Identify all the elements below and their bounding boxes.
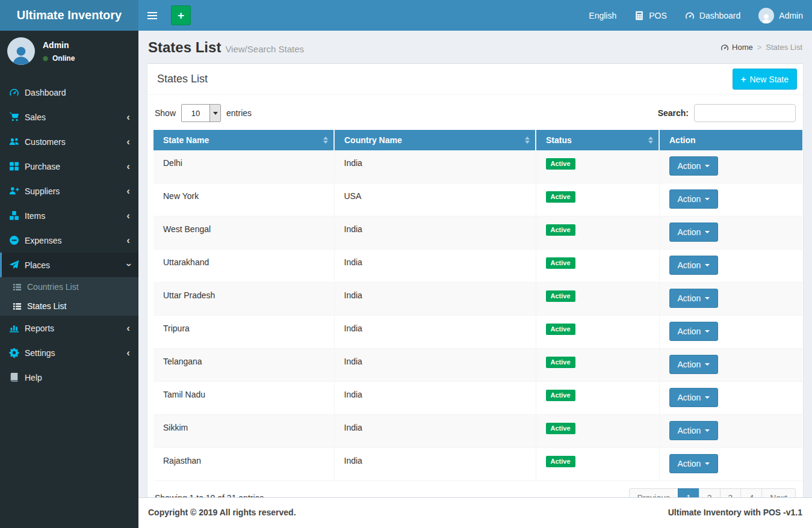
page-length-control: Show 10 entries xyxy=(155,104,252,122)
caret-down-icon xyxy=(705,264,710,266)
action-dropdown-button[interactable]: Action xyxy=(669,223,719,242)
navbar-item-label: Admin xyxy=(779,11,803,20)
sidebar-link-settings[interactable]: Settings‹ xyxy=(0,340,138,365)
pagination-page-2[interactable]: 2 xyxy=(699,488,721,497)
country-name-cell: India xyxy=(334,216,536,250)
action-dropdown-button[interactable]: Action xyxy=(669,156,719,176)
user-avatar xyxy=(7,37,35,65)
action-dropdown-button[interactable]: Action xyxy=(669,421,719,440)
breadcrumb-home[interactable]: Home xyxy=(721,43,753,52)
sidebar-link-places[interactable]: Places‹ xyxy=(0,253,138,277)
sidebar-link-help[interactable]: Help xyxy=(0,365,138,390)
country-name-cell: India xyxy=(334,415,536,448)
action-cell: Action xyxy=(659,382,802,415)
cart-icon xyxy=(9,112,19,122)
action-cell: Action xyxy=(659,283,802,316)
action-dropdown-button[interactable]: Action xyxy=(669,189,719,209)
table-row: Tamil NaduIndiaActiveAction xyxy=(153,382,802,415)
sidebar-link-sales[interactable]: Sales‹ xyxy=(0,105,138,129)
book-icon xyxy=(9,372,19,382)
sort-icon xyxy=(525,137,530,144)
sidebar-subitem-label: States List xyxy=(27,301,66,311)
caret-down-icon xyxy=(705,396,710,399)
navbar-item-english[interactable]: English xyxy=(580,0,625,31)
action-dropdown-button[interactable]: Action xyxy=(669,454,719,473)
action-button-label: Action xyxy=(678,360,701,369)
country-name-cell: India xyxy=(334,283,536,316)
sidebar-link-customers[interactable]: Customers‹ xyxy=(0,129,138,154)
column-header-status[interactable]: Status xyxy=(536,130,659,150)
sidebar-toggle-button[interactable] xyxy=(138,0,166,31)
pagination-page-1[interactable]: 1 xyxy=(678,488,699,497)
status-cell: Active xyxy=(536,382,659,415)
status-badge: Active xyxy=(546,456,575,467)
action-dropdown-button[interactable]: Action xyxy=(669,289,719,308)
column-header-label: State Name xyxy=(163,135,209,145)
brand-logo[interactable]: Ultimate Inventory xyxy=(0,0,138,31)
paper-plane-icon xyxy=(9,260,19,270)
new-state-button[interactable]: New State xyxy=(733,69,797,90)
pagination-next-button[interactable]: Next xyxy=(761,488,796,497)
sidebar-item-dashboard: Dashboard xyxy=(0,80,138,105)
select-dropdown-button[interactable] xyxy=(209,105,220,121)
navbar-item-admin[interactable]: Admin xyxy=(749,0,812,31)
navbar-item-dashboard[interactable]: Dashboard xyxy=(676,0,750,31)
action-dropdown-button[interactable]: Action xyxy=(669,388,719,407)
plus-icon xyxy=(741,74,746,84)
action-button-label: Action xyxy=(678,426,701,435)
chevron-down-icon xyxy=(213,112,218,115)
sidebar-item-label: Customers xyxy=(25,137,66,147)
pagination-previous-button[interactable]: Previous xyxy=(629,488,678,497)
navbar-menu: EnglishPOSDashboardAdmin xyxy=(580,0,812,31)
action-dropdown-button[interactable]: Action xyxy=(669,256,719,275)
sidebar-item-label: Settings xyxy=(25,348,55,358)
navbar-item-label: Dashboard xyxy=(699,11,741,20)
page-title: States ListView/Search States xyxy=(148,39,304,56)
country-name-cell: India xyxy=(334,250,536,283)
quick-add-button[interactable] xyxy=(171,5,191,25)
sidebar-sublink-states-list[interactable]: States List xyxy=(0,296,138,316)
sidebar-item-help: Help xyxy=(0,365,138,390)
navbar-item-pos[interactable]: POS xyxy=(625,0,676,31)
sidebar-sublink-countries-list[interactable]: Countries List xyxy=(0,277,138,296)
sort-icon xyxy=(648,137,653,144)
status-cell: Active xyxy=(536,283,659,316)
country-name-cell: India xyxy=(334,382,536,415)
sidebar-item-customers: Customers‹ xyxy=(0,129,138,154)
cubes-icon xyxy=(9,210,19,221)
sidebar-item-settings: Settings‹ xyxy=(0,340,138,365)
sidebar-link-suppliers[interactable]: Suppliers‹ xyxy=(0,179,138,203)
column-header-country-name[interactable]: Country Name xyxy=(334,130,536,150)
pagination-page-3[interactable]: 3 xyxy=(720,488,742,497)
state-name-cell: West Bengal xyxy=(153,216,334,250)
sidebar-link-expenses[interactable]: Expenses‹ xyxy=(0,228,138,253)
sidebar-item-label: Items xyxy=(25,211,45,221)
avatar xyxy=(758,8,774,23)
entries-label: entries xyxy=(226,108,252,118)
search-input[interactable] xyxy=(694,104,796,122)
sidebar-item-label: Dashboard xyxy=(25,88,66,97)
pagination-page-4[interactable]: 4 xyxy=(740,488,762,497)
action-button-label: Action xyxy=(678,194,701,204)
sidebar-link-purchase[interactable]: Purchase‹ xyxy=(0,154,138,179)
sidebar-link-dashboard[interactable]: Dashboard xyxy=(0,80,138,105)
navbar-item-label: English xyxy=(589,11,616,20)
caret-down-icon xyxy=(705,165,710,167)
status-badge: Active xyxy=(546,191,575,203)
state-name-cell: New York xyxy=(153,183,334,216)
chevron-left-icon: ‹ xyxy=(126,323,130,333)
country-name-cell: USA xyxy=(334,183,536,216)
user-status[interactable]: Online xyxy=(43,54,75,63)
sidebar-item-expenses: Expenses‹ xyxy=(0,228,138,253)
sidebar-link-reports[interactable]: Reports‹ xyxy=(0,316,138,340)
status-cell: Active xyxy=(536,150,659,183)
page-size-select[interactable]: 10 xyxy=(181,104,221,122)
table-info: Showing 1 to 10 of 31 entries xyxy=(155,493,264,497)
action-dropdown-button[interactable]: Action xyxy=(669,355,719,374)
sidebar-link-items[interactable]: Items‹ xyxy=(0,203,138,228)
column-header-state-name[interactable]: State Name xyxy=(153,130,334,150)
action-cell: Action xyxy=(659,216,802,250)
status-badge: Active xyxy=(546,357,575,368)
action-cell: Action xyxy=(659,316,802,349)
action-dropdown-button[interactable]: Action xyxy=(669,322,719,341)
